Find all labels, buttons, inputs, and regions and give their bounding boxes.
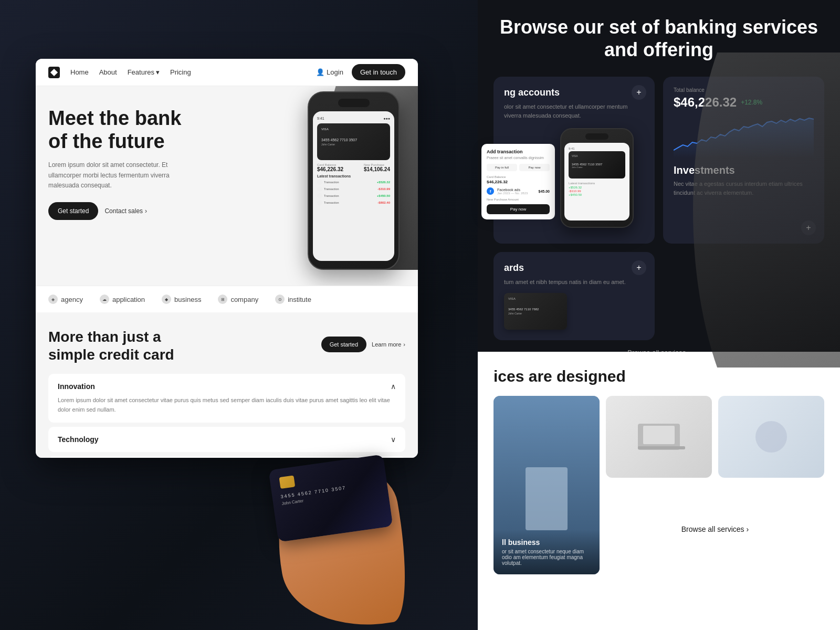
hero-title: Meet the bank of the future (48, 107, 195, 153)
savings-desc: olor sit amet consectetur et ullamcorper… (504, 102, 644, 120)
nav-about[interactable]: About (99, 68, 117, 76)
transaction-row-2: Transaction -$310.99 (317, 186, 390, 192)
nav-pricing[interactable]: Pricing (170, 68, 191, 76)
contact-sales-button[interactable]: Contact sales › (104, 207, 147, 215)
transaction-amount: $45.00 (539, 190, 550, 193)
phone-notch (585, 133, 608, 140)
card-preview: VISA 3455 4562 7110 7682 John Carter (504, 293, 567, 330)
services-section: ices are designed ll business or sit ame… (478, 352, 840, 630)
credit-title: More than just a simple credit card (48, 328, 185, 363)
pay-full-button[interactable]: Pay in full (487, 164, 517, 171)
service-business-label: ll business (502, 538, 591, 547)
nav-home[interactable]: Home (70, 68, 89, 76)
browse-services-button[interactable]: Browse all services › (681, 525, 749, 533)
service-business-photo: ll business or sit amet consectetur nequ… (494, 396, 600, 574)
phone-mockup: 9:41 ●●● VISA 3455 4562 7710 3507 John C… (281, 86, 418, 280)
accordion: Innovation ∧ Lorem ipsum dolor sit amet … (48, 374, 405, 458)
hero-section: Meet the bank of the future Lorem ipsum … (36, 86, 418, 286)
navigation: Home About Features ▾ Pricing 👤 Login Ge… (36, 59, 418, 86)
browse-services-bottom: Browse all services › (606, 484, 824, 574)
hero-subtitle: Lorem ipsum dolor sit amet consectetur. … (48, 160, 185, 191)
phone-screen: 9:41 VISA 3455 4562 7110 3507 John Carte… (564, 143, 629, 220)
brand-application: ☁ application (100, 295, 145, 304)
merchant-name: Facebook ads (497, 188, 536, 192)
application-icon: ☁ (100, 295, 109, 304)
savings-card: ng accounts olor sit amet consectetur et… (494, 77, 655, 244)
brand-institute: ⊙ institute (275, 295, 311, 304)
accordion-technology: Technology ∨ (48, 427, 405, 452)
service-laptop-photo (606, 396, 712, 478)
merchant-date: Jan 2023 — No. 2823 (497, 192, 536, 195)
main-website-card: Home About Features ▾ Pricing 👤 Login Ge… (36, 59, 418, 458)
nav-links: Home About Features ▾ Pricing (70, 68, 316, 76)
nav-right: 👤 Login Get in touch (316, 64, 405, 80)
savings-title: ng accounts (504, 87, 644, 98)
popup-title: Add transaction (487, 149, 550, 154)
cards-desc: tum amet et nibh tempus natis in diam eu… (504, 278, 644, 287)
service-business-desc: or sit amet consectetur neque diam odio … (502, 549, 591, 566)
services-grid: ll business or sit amet consectetur nequ… (494, 396, 824, 574)
credit-buttons: Get started Learn more › (321, 337, 405, 352)
pay-now-main-button[interactable]: Pay now (487, 204, 550, 214)
facebook-icon: f (487, 187, 494, 195)
brand-company: ⊞ company (218, 295, 258, 304)
new-purchase-field: New Purchase Amount (487, 198, 550, 201)
dark-phone-mockup: 9:41 VISA 3455 4562 7110 3507 John Carte… (560, 128, 634, 228)
accordion-chevron-down-technology[interactable]: ∨ (391, 435, 396, 444)
add-transaction-popup: Add transaction Praeee sit amet convalli… (481, 144, 555, 219)
services-title: ices are designed (494, 368, 824, 385)
credit-get-started-button[interactable]: Get started (321, 337, 366, 352)
brand-logo (48, 67, 60, 78)
transaction-row-3: Transaction +$450.50 (317, 193, 390, 198)
card-balance-field: Card Balance $46,226.32 (487, 175, 550, 184)
accordion-innovation: Innovation ∧ Lorem ipsum dolor sit amet … (48, 374, 405, 423)
institute-icon: ⊙ (275, 295, 285, 304)
transaction-row-4: Transaction -$802.40 (317, 200, 390, 205)
cards-card: ards tum amet et nibh tempus natis in di… (494, 252, 655, 340)
cards-title: ards (504, 262, 644, 274)
credit-card-section: More than just a simple credit card Get … (36, 312, 418, 458)
login-button[interactable]: 👤 Login (316, 68, 343, 76)
brand-agency: ◈ agency (48, 295, 83, 304)
company-icon: ⊞ (218, 295, 227, 304)
brands-strip: ◈ agency ☁ application ◆ business ⊞ comp… (36, 286, 418, 312)
brand-business: ◆ business (162, 295, 201, 304)
phone-screen: 9:41 ●●● VISA 3455 4562 7710 3507 John C… (313, 111, 394, 261)
pay-now-button[interactable]: Pay now (519, 164, 550, 171)
facebook-ads-row: f Facebook ads Jan 2023 — No. 2823 $45.0… (487, 187, 550, 195)
nav-features[interactable]: Features ▾ (128, 68, 160, 76)
business-icon: ◆ (162, 295, 171, 304)
agency-icon: ◈ (48, 295, 58, 304)
accordion-security: Security ∨ (48, 456, 405, 458)
popup-buttons: Pay in full Pay now (487, 164, 550, 171)
get-started-button[interactable]: Get started (48, 202, 98, 220)
phone-notch (338, 99, 370, 107)
dark-phone-card: VISA 3455 4562 7110 3507 John Carter (569, 151, 625, 178)
transaction-row-1: Transaction +$526.32 (317, 180, 390, 185)
popup-subtitle: Praeee sit amet convallis dignissim (487, 156, 550, 160)
accordion-chevron-up[interactable]: ∧ (391, 382, 396, 391)
credit-learn-more-button[interactable]: Learn more › (372, 341, 405, 348)
get-in-touch-button[interactable]: Get in touch (352, 64, 405, 80)
phone-outer: 9:41 ●●● VISA 3455 4562 7710 3507 John C… (308, 91, 400, 270)
phone-bank-card: VISA 3455 4562 7710 3507 John Carter (317, 123, 390, 160)
phone-container: Add transaction Praeee sit amet convalli… (504, 128, 644, 233)
service-hands-photo (718, 396, 824, 478)
phone-status: 9:41 (569, 147, 625, 150)
